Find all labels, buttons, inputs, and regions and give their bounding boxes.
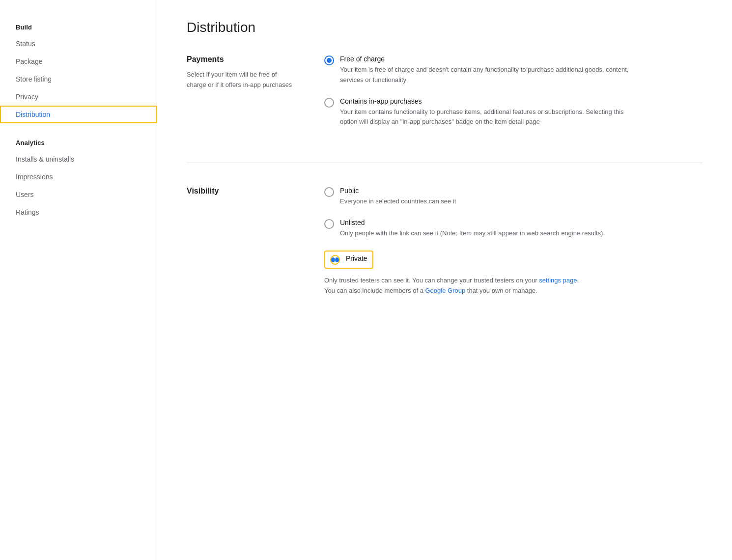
radio-inapp-desc: Your item contains functionality to purc…: [340, 107, 635, 128]
page-title: Distribution: [187, 20, 703, 35]
visibility-label: Visibility: [187, 187, 295, 196]
sidebar-item-package[interactable]: Package: [0, 53, 157, 70]
radio-option-inapp: Contains in-app purchases Your item cont…: [324, 97, 703, 128]
radio-private[interactable]: [330, 255, 340, 265]
sidebar-item-status[interactable]: Status: [0, 35, 157, 53]
radio-free-label: Free of charge: [340, 55, 635, 63]
visibility-section: Visibility Public Everyone in selected c…: [187, 187, 703, 323]
payments-options: Free of charge Your item is free of char…: [324, 55, 703, 139]
radio-public[interactable]: [324, 187, 334, 197]
sidebar-item-store-listing[interactable]: Store listing: [0, 70, 157, 88]
radio-free-desc: Your item is free of charge and doesn't …: [340, 65, 635, 85]
radio-unlisted-desc: Only people with the link can see it (No…: [340, 228, 605, 239]
radio-option-private-highlight: Private: [324, 251, 373, 269]
payments-label: Payments: [187, 55, 295, 64]
radio-option-private-wrapper: Private Only trusted testers can see it.…: [324, 251, 703, 296]
sidebar: Build Status Package Store listing Priva…: [0, 0, 157, 560]
radio-unlisted[interactable]: [324, 219, 334, 229]
visibility-options: Public Everyone in selected countries ca…: [324, 187, 703, 300]
main-content: Distribution Payments Select if your ite…: [157, 0, 732, 560]
radio-public-label: Public: [340, 187, 456, 195]
google-group-link[interactable]: Google Group: [425, 287, 465, 294]
sidebar-analytics-title: Analytics: [0, 135, 157, 150]
radio-option-public: Public Everyone in selected countries ca…: [324, 187, 703, 207]
payments-section: Payments Select if your item will be fre…: [187, 55, 703, 163]
radio-free[interactable]: [324, 56, 334, 65]
radio-inapp[interactable]: [324, 98, 334, 108]
radio-inapp-label: Contains in-app purchases: [340, 97, 635, 105]
radio-private-desc: Only trusted testers can see it. You can…: [324, 277, 579, 294]
sidebar-item-impressions[interactable]: Impressions: [0, 168, 157, 186]
settings-page-link[interactable]: settings page: [539, 277, 577, 284]
payments-description: Select if your item will be free of char…: [187, 70, 295, 90]
radio-option-unlisted: Unlisted Only people with the link can s…: [324, 219, 703, 239]
sidebar-build-title: Build: [0, 20, 157, 35]
radio-private-label: Private: [346, 254, 367, 262]
sidebar-item-distribution[interactable]: Distribution: [0, 106, 157, 123]
radio-option-free: Free of charge Your item is free of char…: [324, 55, 703, 85]
radio-public-desc: Everyone in selected countries can see i…: [340, 196, 456, 207]
sidebar-item-users[interactable]: Users: [0, 186, 157, 203]
radio-private-desc-wrapper: Only trusted testers can see it. You can…: [324, 276, 639, 296]
radio-unlisted-label: Unlisted: [340, 219, 605, 226]
sidebar-item-privacy[interactable]: Privacy: [0, 88, 157, 106]
sidebar-item-ratings[interactable]: Ratings: [0, 203, 157, 221]
sidebar-item-installs[interactable]: Installs & uninstalls: [0, 150, 157, 168]
